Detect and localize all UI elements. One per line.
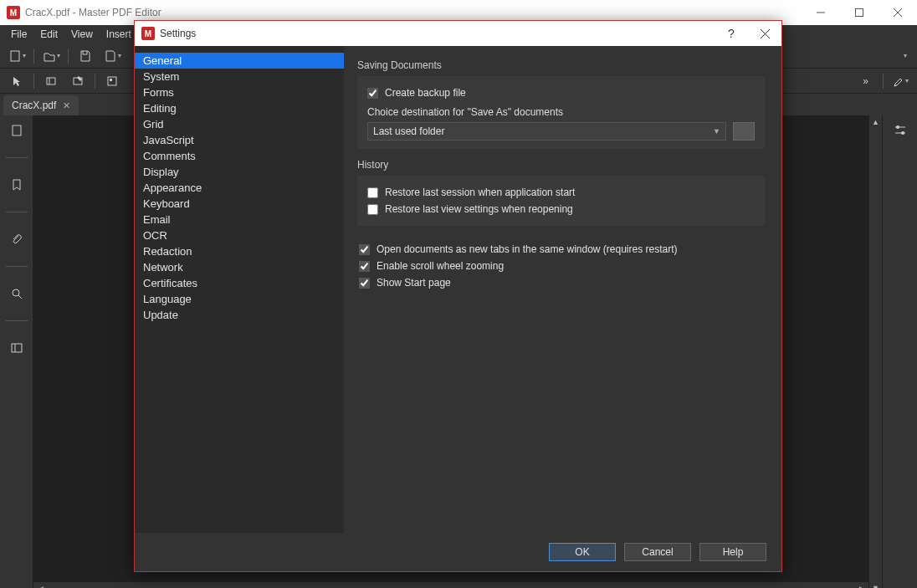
help-button[interactable]: Help [699, 543, 766, 561]
object-edit-icon[interactable] [66, 71, 90, 91]
scroll-zoom-checkbox[interactable]: Enable scroll wheel zooming [359, 258, 763, 274]
maximize-button[interactable] [840, 0, 879, 25]
settings-dialog: M Settings ? General System Forms Editin… [134, 20, 782, 572]
svg-rect-5 [47, 78, 55, 84]
toolbar-trailing-dropdown[interactable]: ▾ [898, 50, 912, 61]
new-file-icon[interactable]: ▾ [5, 46, 28, 66]
close-icon[interactable]: ✕ [63, 100, 70, 111]
settings-category-list: General System Forms Editing Grid JavaSc… [135, 46, 344, 533]
category-ocr[interactable]: OCR [135, 228, 344, 243]
category-javascript[interactable]: JavaScript [135, 132, 344, 148]
category-appearance[interactable]: Appearance [135, 180, 344, 196]
close-button[interactable] [879, 0, 917, 25]
history-group-label: History [357, 159, 765, 171]
svg-point-11 [13, 289, 19, 296]
category-redaction[interactable]: Redaction [135, 243, 344, 259]
scroll-up-icon[interactable]: ▲ [869, 115, 883, 129]
scroll-down-icon[interactable]: ▼ [869, 581, 883, 588]
restore-view-checkbox[interactable]: Restore last view settings when reopenin… [367, 201, 755, 217]
category-system[interactable]: System [135, 69, 344, 84]
right-sidebar [882, 115, 917, 588]
text-edit-icon[interactable] [39, 71, 63, 91]
browse-button[interactable] [733, 122, 755, 141]
svg-rect-1 [856, 9, 863, 17]
category-email[interactable]: Email [135, 212, 344, 228]
svg-rect-13 [12, 344, 22, 352]
svg-rect-4 [11, 51, 19, 61]
menu-insert[interactable]: Insert [100, 27, 137, 42]
chevron-down-icon: ▼ [713, 127, 720, 135]
cursor-icon[interactable] [5, 71, 28, 91]
menu-file[interactable]: File [5, 27, 33, 42]
create-backup-checkbox[interactable]: Create backup file [367, 84, 755, 101]
document-tab[interactable]: CracX.pdf ✕ [3, 95, 79, 115]
search-icon[interactable] [5, 284, 28, 304]
category-keyboard[interactable]: Keyboard [135, 196, 344, 212]
bookmark-icon[interactable] [5, 175, 28, 195]
open-new-tabs-checkbox[interactable]: Open documents as new tabs in the same w… [359, 241, 763, 258]
overflow-icon[interactable]: » [854, 71, 878, 91]
form-icon[interactable] [100, 71, 124, 91]
svg-rect-9 [110, 79, 112, 81]
category-comments[interactable]: Comments [135, 148, 344, 164]
category-general[interactable]: General [135, 53, 344, 69]
highlight-icon[interactable]: ▾ [889, 71, 912, 91]
dialog-title: Settings [160, 28, 715, 39]
category-update[interactable]: Update [135, 307, 344, 323]
save-as-icon[interactable]: ▾ [100, 46, 124, 66]
svg-line-12 [18, 295, 22, 299]
category-editing[interactable]: Editing [135, 100, 344, 116]
scroll-left-icon[interactable]: ◀ [33, 582, 47, 589]
left-sidebar [0, 115, 33, 588]
start-page-checkbox[interactable]: Show Start page [359, 274, 763, 291]
dialog-titlebar: M Settings ? [135, 21, 781, 46]
settings-content-panel: Saving Documents Create backup file Choi… [344, 46, 781, 533]
svg-rect-10 [13, 125, 21, 135]
saving-group-label: Saving Documents [357, 59, 765, 71]
properties-icon[interactable] [889, 120, 912, 141]
horizontal-scrollbar[interactable]: ◀ ▶ [33, 581, 868, 588]
category-language[interactable]: Language [135, 291, 344, 307]
scroll-right-icon[interactable]: ▶ [855, 582, 868, 589]
document-tab-label: CracX.pdf [12, 100, 56, 111]
attachment-icon[interactable] [5, 229, 28, 249]
minimize-button[interactable] [802, 0, 840, 25]
saveas-destination-select[interactable]: Last used folder ▼ [367, 122, 726, 141]
ok-button[interactable]: OK [549, 543, 616, 561]
menu-view[interactable]: View [65, 27, 99, 42]
svg-point-16 [896, 125, 899, 129]
page-thumb-icon[interactable] [5, 120, 28, 141]
window-title: CracX.pdf - Master PDF Editor [25, 7, 802, 18]
close-icon[interactable] [748, 21, 781, 46]
category-forms[interactable]: Forms [135, 84, 344, 100]
panel-icon[interactable] [5, 338, 28, 358]
app-icon: M [7, 6, 20, 19]
menu-edit[interactable]: Edit [34, 27, 64, 42]
app-icon: M [141, 27, 155, 40]
cancel-button[interactable]: Cancel [624, 543, 691, 561]
open-file-icon[interactable]: ▾ [39, 46, 63, 66]
category-grid[interactable]: Grid [135, 116, 344, 132]
saveas-destination-label: Choice destination for "Save As" documen… [367, 106, 755, 118]
help-icon[interactable]: ? [715, 21, 748, 46]
save-icon[interactable] [74, 46, 97, 66]
category-display[interactable]: Display [135, 164, 344, 180]
svg-point-18 [901, 131, 904, 135]
category-certificates[interactable]: Certificates [135, 275, 344, 291]
category-network[interactable]: Network [135, 259, 344, 275]
restore-session-checkbox[interactable]: Restore last session when application st… [367, 184, 755, 201]
vertical-scrollbar[interactable]: ▲ ▼ [868, 115, 882, 588]
dialog-button-row: OK Cancel Help [135, 533, 781, 571]
